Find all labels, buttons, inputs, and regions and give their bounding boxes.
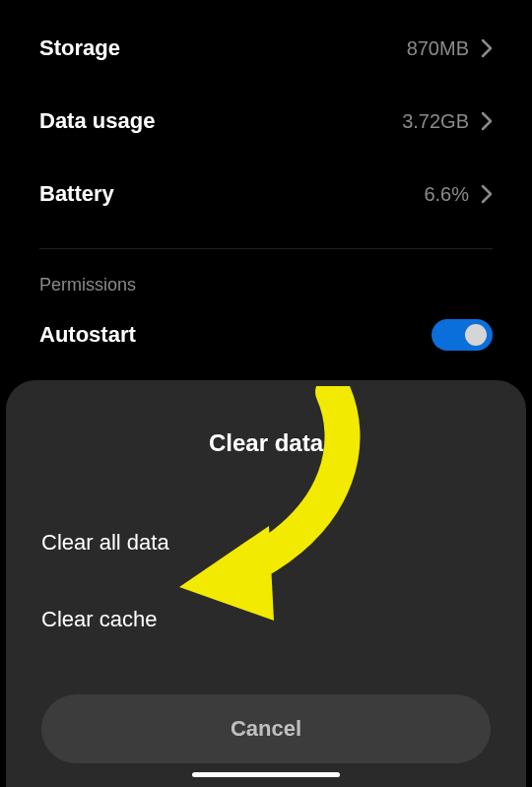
- battery-right: 6.6%: [424, 183, 493, 206]
- storage-label: Storage: [39, 35, 120, 61]
- autostart-row[interactable]: Autostart: [0, 305, 532, 366]
- data-usage-row[interactable]: Data usage 3.72GB: [0, 85, 532, 158]
- data-usage-value: 3.72GB: [402, 110, 469, 133]
- battery-label: Battery: [39, 181, 114, 207]
- data-usage-right: 3.72GB: [402, 110, 493, 133]
- battery-value: 6.6%: [424, 183, 469, 206]
- storage-right: 870MB: [407, 37, 493, 60]
- chevron-right-icon: [481, 184, 493, 204]
- sheet-title: Clear data: [6, 429, 526, 457]
- autostart-toggle[interactable]: [432, 319, 493, 351]
- storage-value: 870MB: [407, 37, 469, 60]
- cancel-button[interactable]: Cancel: [41, 694, 491, 763]
- clear-cache-option[interactable]: Clear cache: [6, 581, 526, 658]
- autostart-label: Autostart: [39, 322, 136, 348]
- settings-list: Storage 870MB Data usage 3.72GB Battery …: [0, 0, 532, 366]
- clear-data-sheet: Clear data Clear all data Clear cache Ca…: [6, 380, 526, 787]
- toggle-knob: [465, 324, 487, 346]
- clear-all-data-option[interactable]: Clear all data: [6, 504, 526, 581]
- home-indicator[interactable]: [192, 772, 340, 777]
- storage-row[interactable]: Storage 870MB: [0, 12, 532, 85]
- chevron-right-icon: [481, 111, 493, 131]
- battery-row[interactable]: Battery 6.6%: [0, 158, 532, 230]
- permissions-header: Permissions: [0, 249, 532, 305]
- data-usage-label: Data usage: [39, 108, 155, 134]
- chevron-right-icon: [481, 38, 493, 58]
